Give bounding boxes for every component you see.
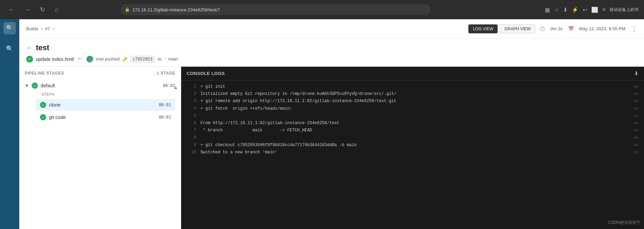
top-bar: Builds > #7 > LOG VIEW GRAPH VIEW 🕐 0m 2…: [19, 19, 644, 39]
lock-icon: 🔒: [125, 7, 130, 12]
download-icon[interactable]: ⬇: [563, 7, 568, 13]
mobile-text: 移动设备上的书: [610, 7, 638, 13]
line-text: + git init: [200, 84, 225, 90]
address-bar[interactable]: 🔒 172.16.11.2/gitlab-instance-234e6258/t…: [121, 4, 430, 15]
console-panel: CONSOLE LOGS ⬇ 1+ git init0s2Initialized…: [181, 67, 644, 229]
console-header: CONSOLE LOGS ⬇: [181, 67, 644, 80]
pipeline-stages-header: PIPELINE STAGES 1 stage: [19, 67, 181, 80]
key-icon: 🔑: [122, 57, 127, 62]
line-time: 0s: [629, 113, 638, 119]
back-button[interactable]: ←: [6, 5, 17, 15]
line-text: Switched to a new branch 'main': [200, 149, 277, 156]
line-number: 8: [187, 134, 196, 141]
duration-text: 0m 2s: [550, 26, 562, 31]
line-number: 9: [187, 142, 196, 149]
calendar-icon: 📅: [568, 26, 574, 31]
line-number: 6: [187, 120, 196, 127]
sidebar-search-icon[interactable]: 🔍: [3, 22, 16, 34]
breadcrumb: Builds > #7 >: [26, 26, 464, 31]
back-button[interactable]: ←: [26, 44, 32, 52]
line-number: 4: [187, 106, 196, 112]
line-number: 10: [187, 149, 196, 156]
console-line: 7 * branch main -> FETCH_HEAD0s: [181, 127, 644, 134]
sidebar: 🔍 🔍: [0, 19, 19, 229]
watermark: CSDN@兴乐安宁: [608, 220, 641, 226]
console-download-icon[interactable]: ⬇: [634, 70, 638, 77]
step-gitcode-name: git code: [49, 115, 66, 120]
console-line: 9+ git checkout c7852053b96f0f9b818ccda7…: [181, 142, 644, 149]
line-time: 0s: [629, 106, 638, 112]
left-panel: PIPELINE STAGES 1 stage ▲ ▼ ✓ default 00…: [19, 67, 181, 229]
branch-link[interactable]: ⑂ main: [164, 56, 178, 62]
sidebar-search2-icon[interactable]: 🔍: [3, 43, 16, 55]
line-time: 0s: [629, 120, 638, 127]
url-text: 172.16.11.2/gitlab-instance-234e6258/tes…: [133, 7, 220, 12]
breadcrumb-builds[interactable]: Builds: [26, 26, 38, 31]
step-name-label: update index.hmtl: [36, 56, 74, 62]
step-gitcode-check: ✓: [40, 114, 46, 120]
scroll-up-button[interactable]: ▲: [173, 85, 178, 90]
line-time: 0s: [629, 98, 638, 105]
line-number: 7: [187, 127, 196, 134]
line-text: + git remote add origin http://172.16.11…: [200, 98, 396, 105]
step-clone-check: ✓: [40, 102, 46, 108]
stage-toggle-icon[interactable]: ▼: [25, 83, 29, 88]
line-time: 0s: [629, 142, 638, 149]
step-clone[interactable]: ✓ clone 00:01: [36, 99, 175, 111]
step-clone-name: clone: [49, 102, 60, 108]
more-button[interactable]: ⋮: [631, 25, 637, 33]
graph-view-button[interactable]: GRAPH VIEW: [500, 24, 535, 33]
stage-name: default: [41, 83, 55, 88]
forward-button[interactable]: →: [21, 5, 33, 15]
console-line: 1+ git init0s: [181, 83, 644, 90]
console-line: 80s: [181, 134, 644, 141]
star-icon[interactable]: ☆: [554, 7, 559, 13]
view-buttons: LOG VIEW GRAPH VIEW: [468, 24, 535, 33]
console-line: 10Switched to a new branch 'main'0s: [181, 149, 644, 156]
breadcrumb-job[interactable]: #7: [45, 26, 50, 31]
home-button[interactable]: ⌂: [52, 5, 61, 15]
stage-count: 1 stage: [157, 71, 175, 76]
undo-icon[interactable]: ↩: [583, 7, 587, 13]
line-number: 5: [187, 113, 196, 119]
line-text: + git fetch origin +refs/heads/main:: [200, 106, 292, 112]
pushed-by-text: root pushed: [96, 56, 120, 62]
pipeline-stages-label: PIPELINE STAGES: [25, 71, 64, 76]
stage-header[interactable]: ▼ ✓ default 00:02: [25, 83, 175, 89]
page-title: test: [36, 43, 49, 52]
step-git-code[interactable]: ✓ git code 00:01: [36, 111, 175, 123]
stage-check-icon: ✓: [32, 83, 38, 89]
line-number: 3: [187, 98, 196, 105]
window-icon[interactable]: ⬜: [591, 7, 598, 13]
clock-icon: 🕐: [539, 26, 545, 31]
console-line: 4+ git fetch origin +refs/heads/main:0s: [181, 105, 644, 112]
step-gitcode-time: 00:01: [159, 115, 171, 120]
console-line: 6From http://172.16.11.1:82/gitlab-insta…: [181, 120, 644, 127]
line-number: 2: [187, 91, 196, 97]
line-text: * branch main -> FETCH_HEAD: [200, 127, 312, 134]
console-line: 2Initialized empty Git repository in /tm…: [181, 90, 644, 98]
line-time: 0s: [629, 135, 638, 141]
console-title: CONSOLE LOGS: [187, 71, 225, 76]
line-text: + git checkout c7852053b96f0f9b818ccda77…: [200, 142, 357, 149]
page-title-row: ← test: [26, 43, 637, 52]
line-time: 0s: [629, 84, 638, 90]
pipeline-info: ✓ update index.hmtl → root pushed 🔑 c785…: [26, 55, 637, 63]
user-avatar: [86, 56, 93, 63]
log-view-button[interactable]: LOG VIEW: [468, 24, 498, 33]
qr-icon[interactable]: ▦: [545, 7, 550, 13]
menu-icon[interactable]: ≡: [602, 7, 605, 13]
top-bar-right: 🕐 0m 2s 📅 May 12, 2023, 8:55 PM ⋮: [539, 25, 637, 33]
step-clone-time: 00:01: [159, 102, 171, 107]
stage-item: ▼ ✓ default 00:02 STEPS ✓ clone 00:01: [19, 80, 181, 127]
commit-hash[interactable]: c7852053: [130, 56, 155, 63]
line-number: 1: [187, 84, 196, 90]
refresh-button[interactable]: ↻: [37, 4, 48, 15]
breadcrumb-sep2: >: [52, 26, 55, 31]
breadcrumb-sep1: >: [40, 26, 43, 31]
console-line: 3+ git remote add origin http://172.16.1…: [181, 98, 644, 105]
steps-section: STEPS ✓ clone 00:01 ✓ git code 00:01: [25, 90, 175, 123]
browser-actions: ▦ ☆ ⬇ ⚡ ↩ ⬜ ≡ 移动设备上的书: [545, 7, 638, 13]
ext-icon[interactable]: ⚡: [572, 7, 579, 13]
browser-chrome: ← → ↻ ⌂ 🔒 172.16.11.2/gitlab-instance-23…: [0, 0, 644, 19]
